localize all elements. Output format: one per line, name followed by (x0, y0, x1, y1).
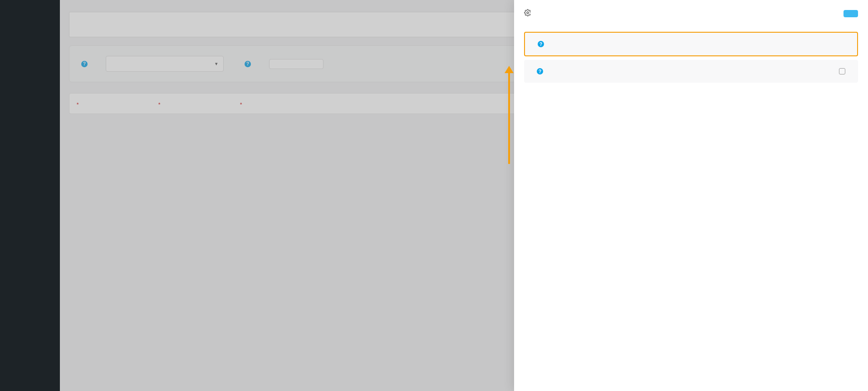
close-button[interactable] (843, 10, 858, 17)
help-icon[interactable]: ? (538, 41, 544, 47)
svg-point-0 (527, 12, 529, 14)
checkbox-icon (839, 68, 845, 74)
track-checkbox-option[interactable] (839, 68, 848, 74)
auto-generate-row: ? (524, 32, 858, 56)
gear-icon (524, 9, 531, 18)
track-campaign-row: ? (524, 60, 858, 83)
admin-sidebar (0, 0, 60, 391)
help-icon[interactable]: ? (537, 68, 543, 74)
settings-panel: ? ? (514, 0, 868, 391)
